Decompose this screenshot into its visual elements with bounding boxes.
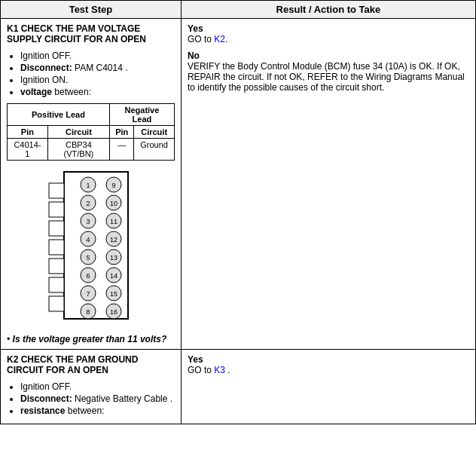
step-item-k1-0: Ignition OFF. xyxy=(20,50,175,61)
svg-text:7: 7 xyxy=(87,290,90,298)
svg-text:1: 1 xyxy=(87,182,90,189)
step-list-k2: Ignition OFF.Disconnect: Negative Batter… xyxy=(7,381,175,416)
content-row-k1: K1 CHECK THE PAM VOLTAGE SUPPLY CIRCUIT … xyxy=(1,19,476,350)
svg-text:6: 6 xyxy=(87,272,90,280)
header-result: Result / Action to Take xyxy=(181,1,475,19)
main-table: Test Step Result / Action to Take K1 CHE… xyxy=(0,0,476,424)
svg-rect-1 xyxy=(49,183,64,198)
neg-lead-header: Negative Lead xyxy=(110,104,175,126)
svg-text:16: 16 xyxy=(110,308,117,316)
result-col-k1: YesGO to K2.NoVERIFY the Body Control Mo… xyxy=(181,19,475,350)
header-step: Test Step xyxy=(1,1,182,19)
step-col-k2: K2 CHECK THE PAM GROUND CIRCUIT FOR AN O… xyxy=(1,350,182,424)
svg-rect-5 xyxy=(49,259,64,274)
svg-rect-3 xyxy=(49,221,64,236)
connector-diagram: 19210311412513614715816 xyxy=(7,168,175,326)
col-header-2: Pin xyxy=(110,126,134,139)
svg-text:4: 4 xyxy=(87,236,90,243)
svg-text:14: 14 xyxy=(110,272,117,280)
svg-text:9: 9 xyxy=(112,182,116,189)
table-cell-0-3: Ground xyxy=(134,139,174,161)
svg-text:15: 15 xyxy=(110,290,117,298)
svg-text:13: 13 xyxy=(110,254,117,262)
step-item-k2-2: resistance between: xyxy=(20,406,175,416)
step-item-k1-1: Disconnect: PAM C4014 . xyxy=(20,63,175,73)
col-header-0: Pin xyxy=(8,126,48,139)
step-item-k1-3: voltage between: xyxy=(20,87,175,97)
svg-text:2: 2 xyxy=(87,200,90,207)
step-item-k2-1: Disconnect: Negative Battery Cable . xyxy=(20,393,175,404)
svg-text:10: 10 xyxy=(110,200,117,207)
svg-text:8: 8 xyxy=(87,308,90,316)
svg-rect-2 xyxy=(49,202,64,217)
step-col-k1: K1 CHECK THE PAM VOLTAGE SUPPLY CIRCUIT … xyxy=(1,19,182,350)
step-list-k1: Ignition OFF.Disconnect: PAM C4014 .Igni… xyxy=(7,50,175,97)
table-cell-0-2: — xyxy=(110,139,134,161)
svg-text:12: 12 xyxy=(110,236,117,243)
connector-svg: 19210311412513614715816 xyxy=(41,168,139,326)
result-yes-k2: YesGO to K3 . xyxy=(188,354,469,375)
step-item-k1-2: Ignition ON. xyxy=(20,75,175,85)
svg-rect-4 xyxy=(49,240,64,255)
result-col-k2: YesGO to K3 . xyxy=(181,350,475,424)
svg-text:3: 3 xyxy=(87,218,90,225)
content-row-k2: K2 CHECK THE PAM GROUND CIRCUIT FOR AN O… xyxy=(1,350,476,424)
yes-label-k2: Yes xyxy=(188,354,203,365)
question-k1: • Is the voltage greater than 11 volts? xyxy=(7,334,175,344)
col-header-3: Circuit xyxy=(134,126,174,139)
result-yes-k1: YesGO to K2. xyxy=(188,23,469,44)
link-k3[interactable]: K3 xyxy=(214,365,225,375)
svg-text:5: 5 xyxy=(87,254,90,262)
inner-table-k1: Positive LeadNegative LeadPinCircuitPinC… xyxy=(7,103,175,161)
col-header-1: Circuit xyxy=(47,126,109,139)
table-cell-0-1: CBP34 (VT/BN) xyxy=(47,139,109,161)
pos-lead-header: Positive Lead xyxy=(8,104,110,126)
yes-label-k1: Yes xyxy=(188,23,203,34)
step-item-k2-0: Ignition OFF. xyxy=(20,381,175,392)
result-no-k1: NoVERIFY the Body Control Module (BCM) f… xyxy=(188,50,469,93)
svg-rect-6 xyxy=(49,277,64,292)
link-k2[interactable]: K2 xyxy=(214,34,225,44)
step-title-k2: K2 CHECK THE PAM GROUND CIRCUIT FOR AN O… xyxy=(7,354,175,375)
table-cell-0-0: C4014-1 xyxy=(8,139,48,161)
step-title-k1: K1 CHECK THE PAM VOLTAGE SUPPLY CIRCUIT … xyxy=(7,23,175,44)
svg-text:11: 11 xyxy=(110,218,117,225)
no-label-k1: No xyxy=(188,50,200,61)
svg-rect-7 xyxy=(49,296,64,311)
header-row: Test Step Result / Action to Take xyxy=(1,1,476,19)
